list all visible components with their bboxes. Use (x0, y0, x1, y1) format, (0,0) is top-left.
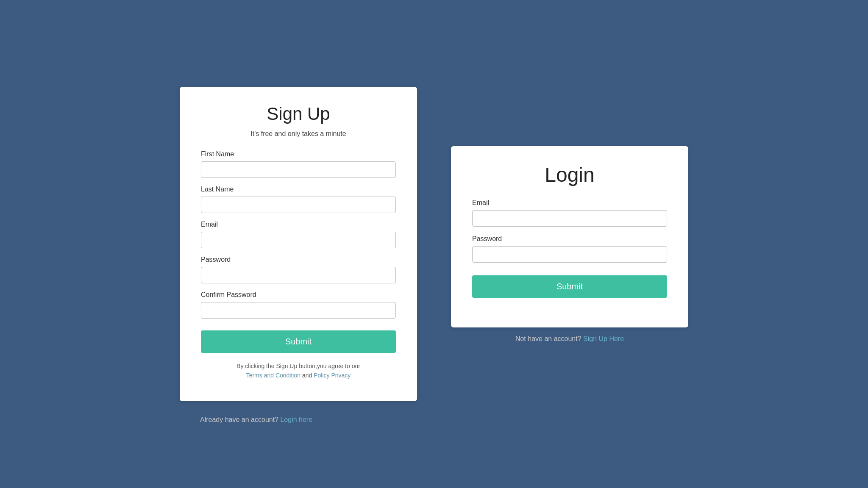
signup-subtitle: It's free and only takes a minute (201, 130, 396, 138)
login-here-link[interactable]: Login here (280, 416, 312, 423)
already-account-text: Already have an account? Login here (200, 416, 312, 424)
no-account-text: Not have an account? Sign Up Here (515, 335, 624, 343)
email-label: Email (201, 221, 396, 228)
email-group: Email (201, 221, 396, 248)
login-submit-button[interactable]: Submit (472, 275, 667, 298)
password-input[interactable] (201, 267, 396, 283)
signup-here-link[interactable]: Sign Up Here (583, 335, 624, 342)
signup-card: Sign Up It's free and only takes a minut… (180, 87, 417, 402)
first-name-label: First Name (201, 150, 396, 158)
already-account-section: Already have an account? Login here (200, 408, 312, 424)
login-title: Login (472, 163, 667, 186)
page-container: Sign Up It's free and only takes a minut… (0, 61, 868, 427)
right-section: Login Email Password Submit Not have an … (451, 87, 688, 343)
no-account-static: Not have an account? (515, 335, 581, 342)
terms-link[interactable]: Terms and Condition (246, 372, 300, 379)
login-email-label: Email (472, 199, 667, 207)
login-email-group: Email (472, 199, 667, 227)
terms-middle: and (302, 372, 314, 379)
already-account-static: Already have an account? (200, 416, 278, 423)
first-name-input[interactable] (201, 161, 396, 178)
signup-title: Sign Up (201, 104, 396, 124)
last-name-label: Last Name (201, 186, 396, 193)
password-label: Password (201, 256, 396, 263)
privacy-link[interactable]: Policy Privacy (314, 372, 351, 379)
confirm-password-group: Confirm Password (201, 291, 396, 319)
login-card: Login Email Password Submit (451, 146, 688, 327)
login-password-input[interactable] (472, 246, 667, 263)
terms-text: By clicking the Sign Up button,you agree… (201, 361, 396, 380)
first-name-group: First Name (201, 150, 396, 178)
signup-submit-button[interactable]: Submit (201, 330, 396, 353)
last-name-input[interactable] (201, 197, 396, 213)
login-password-label: Password (472, 235, 667, 243)
confirm-password-label: Confirm Password (201, 291, 396, 299)
confirm-password-input[interactable] (201, 302, 396, 319)
login-email-input[interactable] (472, 210, 667, 227)
login-password-group: Password (472, 235, 667, 263)
last-name-group: Last Name (201, 186, 396, 213)
password-group: Password (201, 256, 396, 283)
terms-prefix: By clicking the Sign Up button,you agree… (236, 363, 360, 369)
email-input[interactable] (201, 232, 396, 248)
